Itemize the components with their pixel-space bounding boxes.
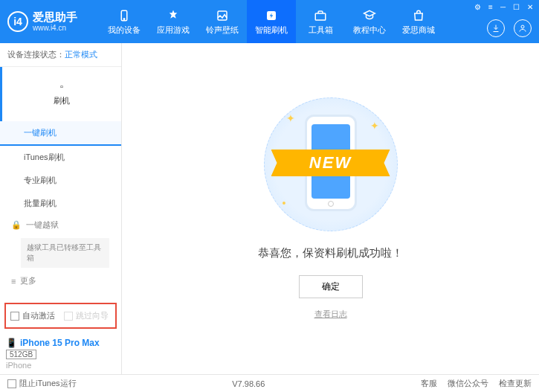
mall-icon [411,8,426,23]
sidebar-group-jailbreak[interactable]: 🔒 一键越狱 [0,215,121,235]
group-label: 刷机 [54,95,70,106]
nav-toolbox[interactable]: 工具箱 [296,0,345,43]
svg-point-1 [123,18,125,19]
group-label: 一键越狱 [26,219,59,231]
block-itunes-checkbox[interactable]: 阻止iTunes运行 [7,378,77,389]
nav-ringtone-wallpaper[interactable]: 铃声壁纸 [198,0,247,43]
device-type: iPhone [6,361,115,370]
lock-icon: 🔒 [11,220,22,230]
sidebar-item-itunes-flash[interactable]: iTunes刷机 [0,146,121,169]
main-content: ✦ ✦ • NEW 恭喜您，保资料刷机成功啦！ 确定 查看日志 [122,43,539,374]
success-message: 恭喜您，保资料刷机成功啦！ [258,246,403,260]
sidebar-group-more[interactable]: ≡ 更多 [0,271,121,291]
sidebar-item-pro-flash[interactable]: 专业刷机 [0,169,121,192]
top-nav: 我的设备 应用游戏 铃声壁纸 智能刷机 工具箱 教程中心 爱思商城 [100,0,443,43]
toolbox-icon [313,8,328,23]
window-controls: ⚙ ≡ ─ ☐ ✕ [474,3,533,11]
close-icon[interactable]: ✕ [527,3,533,11]
nav-mall[interactable]: 爱思商城 [394,0,443,43]
flash-icon [264,8,279,23]
auto-activate-checkbox[interactable]: 自动激活 [10,310,55,321]
checkbox-label: 阻止iTunes运行 [19,379,77,388]
user-icon[interactable] [514,19,532,37]
device-status: 设备连接状态：正常模式 [0,43,121,67]
nav-my-device[interactable]: 我的设备 [100,0,149,43]
download-icon[interactable] [487,19,505,37]
nav-label: 应用游戏 [157,25,190,36]
sidebar: 设备连接状态：正常模式 ▫ 刷机 一键刷机 iTunes刷机 专业刷机 批量刷机… [0,43,122,374]
sidebar-item-batch-flash[interactable]: 批量刷机 [0,192,121,215]
jailbreak-note: 越狱工具已转移至工具箱 [21,238,109,268]
nav-tutorials[interactable]: 教程中心 [345,0,394,43]
new-ribbon: NEW [271,150,390,176]
device-name[interactable]: 📱 iPhone 15 Pro Max [6,338,115,348]
flash-group-icon: ▫ [60,82,63,91]
wallpaper-icon [215,8,230,23]
checkbox-highlight-area: 自动激活 跳过向导 [4,303,117,329]
nav-label: 我的设备 [108,25,141,36]
menu-icon[interactable]: ≡ [488,3,493,11]
sidebar-group-flash[interactable]: ▫ 刷机 [0,67,121,121]
tutorial-icon [362,8,377,23]
device-icon [117,8,132,23]
view-log-link[interactable]: 查看日志 [314,309,347,320]
device-name-text: iPhone 15 Pro Max [20,338,100,348]
status-value: 正常模式 [65,50,97,59]
logo-icon: i4 [7,11,28,32]
app-title: 爱思助手 [33,10,77,24]
more-icon: ≡ [11,277,16,286]
skip-guide-checkbox: 跳过向导 [64,310,109,321]
sidebar-item-onekey-flash[interactable]: 一键刷机 [0,121,121,146]
status-label: 设备连接状态： [7,50,65,59]
nav-smart-flash[interactable]: 智能刷机 [247,0,296,43]
storage-badge: 512GB [6,350,36,359]
app-header: i4 爱思助手 www.i4.cn 我的设备 应用游戏 铃声壁纸 智能刷机 工具… [0,0,539,43]
success-illustration: ✦ ✦ • NEW [264,97,398,231]
footer-support[interactable]: 客服 [421,378,437,389]
app-url: www.i4.cn [33,24,77,33]
app-logo: i4 爱思助手 www.i4.cn [7,10,77,33]
svg-point-5 [521,25,524,28]
svg-rect-4 [315,13,326,20]
device-info: 📱 iPhone 15 Pro Max 512GB iPhone [0,333,121,374]
nav-label: 爱思商城 [402,25,435,36]
checkbox-label: 自动激活 [22,311,55,320]
maximize-icon[interactable]: ☐ [513,3,520,11]
footer: 阻止iTunes运行 V7.98.66 客服 微信公众号 检查更新 [0,374,539,392]
checkbox-label: 跳过向导 [76,311,109,320]
group-label: 更多 [20,275,36,286]
phone-icon: 📱 [6,338,17,348]
minimize-icon[interactable]: ─ [500,3,506,11]
settings-icon[interactable]: ⚙ [474,3,481,11]
nav-label: 智能刷机 [255,25,288,36]
nav-app-games[interactable]: 应用游戏 [149,0,198,43]
nav-label: 教程中心 [353,25,386,36]
sidebar-item-other-tools[interactable]: 其他工具 [0,291,121,298]
ok-button[interactable]: 确定 [299,275,363,298]
footer-wechat[interactable]: 微信公众号 [448,378,488,389]
version-label: V7.98.66 [232,379,265,388]
footer-check-update[interactable]: 检查更新 [499,378,532,389]
nav-label: 铃声壁纸 [206,25,239,36]
nav-label: 工具箱 [309,25,333,36]
apps-icon [166,8,181,23]
